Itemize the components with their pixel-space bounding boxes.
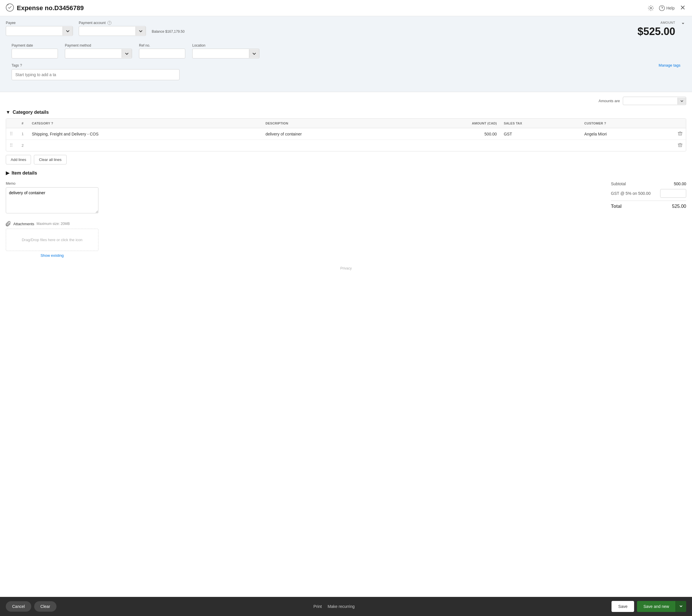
payment-account-dropdown-arrow[interactable]: [135, 27, 146, 35]
row-category[interactable]: [28, 140, 262, 151]
category-details-title: Category details: [13, 110, 49, 115]
row-customer[interactable]: [581, 140, 674, 151]
tags-input[interactable]: [12, 69, 179, 80]
clear-all-lines-button[interactable]: Clear all lines: [34, 155, 66, 164]
tags-help-icon[interactable]: ?: [20, 63, 22, 67]
table-row: ⠿ 2: [6, 140, 686, 151]
cancel-button[interactable]: Cancel: [6, 601, 31, 612]
svg-rect-3: [678, 132, 682, 133]
clear-button[interactable]: Clear: [34, 601, 57, 612]
amounts-are-dropdown-arrow[interactable]: [677, 97, 686, 105]
make-recurring-button[interactable]: Make recurring: [327, 601, 354, 612]
item-details-title: Item details: [12, 171, 37, 176]
row-num: 2: [17, 140, 28, 151]
col-amount: AMOUNT (CAD): [399, 119, 500, 128]
amount-label: AMOUNT: [623, 21, 675, 24]
svg-rect-4: [678, 144, 682, 144]
payment-account-input[interactable]: 10000 TD chequing: [79, 26, 135, 36]
svg-point-2: [659, 5, 665, 10]
delete-row-button[interactable]: [678, 131, 683, 137]
amount-value: $525.00: [623, 25, 675, 38]
show-existing-link[interactable]: Show existing: [6, 253, 99, 258]
payment-account-help-icon[interactable]: ?: [107, 21, 111, 25]
help-label: Help: [666, 6, 675, 10]
col-drag: [6, 119, 17, 128]
row-num: 1: [17, 128, 28, 140]
payment-method-label: Payment method: [65, 43, 132, 47]
collapse-panel-button[interactable]: [681, 21, 685, 26]
memo-label: Memo: [6, 181, 297, 185]
row-amount[interactable]: 500.00: [399, 128, 500, 140]
tax-input[interactable]: 25.00: [660, 189, 686, 198]
location-input[interactable]: [193, 49, 249, 58]
add-lines-button[interactable]: Add lines: [6, 155, 31, 164]
payee-input[interactable]: Container Delivery Service: [6, 26, 63, 36]
expense-icon: [6, 3, 14, 13]
privacy-text: Privacy: [6, 263, 686, 273]
drop-zone[interactable]: Drag/Drop files here or click the icon: [6, 229, 99, 251]
col-description: DESCRIPTION: [262, 119, 399, 128]
row-description[interactable]: [262, 140, 399, 151]
location-dropdown-arrow[interactable]: [249, 49, 259, 58]
settings-button[interactable]: [648, 5, 654, 11]
col-category: CATEGORY ?: [28, 119, 262, 128]
row-customer[interactable]: Angela Miori: [581, 128, 674, 140]
balance-text: Balance $167,179.50: [152, 29, 185, 34]
row-description[interactable]: delivery of container: [262, 128, 399, 140]
tax-label: GST @ 5% on 500.00: [611, 191, 651, 196]
location-label: Location: [192, 43, 259, 47]
table-row: ⠿ 1 Shipping, Freight and Delivery - COS…: [6, 128, 686, 140]
row-sales-tax[interactable]: GST: [500, 128, 581, 140]
col-num: #: [17, 119, 28, 128]
customer-col-help-icon[interactable]: ?: [604, 122, 606, 125]
save-button[interactable]: Save: [611, 601, 634, 612]
payment-account-label: Payment account ?: [79, 21, 146, 25]
amounts-are-label: Amounts are: [599, 99, 620, 103]
page-title: Expense no.D3456789: [17, 4, 84, 12]
close-button[interactable]: [679, 4, 686, 12]
attachments-size: Maximum size: 20MB: [37, 222, 70, 226]
item-details-collapse-icon: ▶: [6, 170, 9, 176]
manage-tags-link[interactable]: Manage tags: [659, 63, 680, 67]
col-customer: CUSTOMER ?: [581, 119, 674, 128]
tags-label: Tags ?: [12, 63, 22, 67]
svg-point-1: [650, 7, 652, 9]
help-button[interactable]: Help: [659, 5, 675, 11]
category-details-header[interactable]: ▼ Category details: [6, 110, 686, 115]
save-and-new-button[interactable]: Save and new: [637, 601, 675, 612]
payment-date-label: Payment date: [12, 43, 58, 47]
drag-handle[interactable]: ⠿: [6, 140, 17, 151]
row-amount[interactable]: [399, 140, 500, 151]
attachments-label: Attachments: [13, 222, 34, 226]
save-and-new-dropdown-arrow[interactable]: [675, 601, 686, 612]
payment-method-input[interactable]: Direct Debit: [65, 49, 122, 58]
ref-no-input[interactable]: D3456789: [139, 49, 185, 59]
payment-method-dropdown-arrow[interactable]: [122, 49, 132, 58]
drop-zone-text: Drag/Drop files here or click the icon: [22, 238, 83, 242]
ref-no-label: Ref no.: [139, 43, 185, 47]
payee-label: Payee: [6, 21, 73, 25]
print-button[interactable]: Print: [313, 601, 322, 612]
payee-dropdown-arrow[interactable]: [63, 27, 73, 35]
subtotal-value: 500.00: [663, 181, 686, 186]
attachment-icon: [6, 221, 11, 226]
delete-row-button[interactable]: [678, 143, 683, 148]
payment-date-input[interactable]: 08/28/2024: [12, 49, 58, 59]
col-del: [674, 119, 686, 128]
col-sales-tax: SALES TAX: [500, 119, 581, 128]
drag-handle[interactable]: ⠿: [6, 128, 17, 140]
amounts-are-input[interactable]: Exclusive of Tax: [623, 97, 677, 105]
category-details-collapse-icon: ▼: [6, 110, 10, 115]
category-col-help-icon[interactable]: ?: [51, 122, 53, 125]
row-category[interactable]: Shipping, Freight and Delivery - COS: [28, 128, 262, 140]
total-label: Total: [611, 204, 622, 209]
row-sales-tax[interactable]: [500, 140, 581, 151]
item-details-header[interactable]: ▶ Item details: [6, 170, 686, 176]
memo-textarea[interactable]: [6, 187, 99, 213]
total-value: 525.00: [663, 204, 686, 209]
subtotal-label: Subtotal: [611, 181, 626, 186]
